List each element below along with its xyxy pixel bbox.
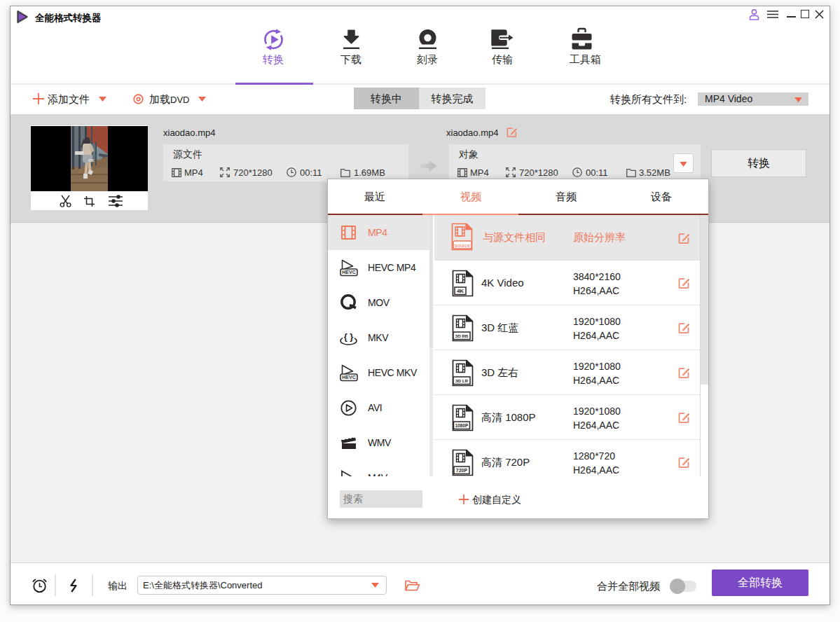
svg-text:3D RB: 3D RB <box>455 333 469 338</box>
svg-text:720P: 720P <box>456 468 468 473</box>
svg-text:source: source <box>455 242 471 249</box>
svg-text:HEVC: HEVC <box>342 270 355 275</box>
svg-text:HEVC: HEVC <box>342 375 355 380</box>
svg-text:1080P: 1080P <box>455 423 469 428</box>
svg-text:3D LR: 3D LR <box>455 378 468 383</box>
svg-text:4K: 4K <box>457 288 464 294</box>
svg-text:{ }: { } <box>344 331 354 342</box>
